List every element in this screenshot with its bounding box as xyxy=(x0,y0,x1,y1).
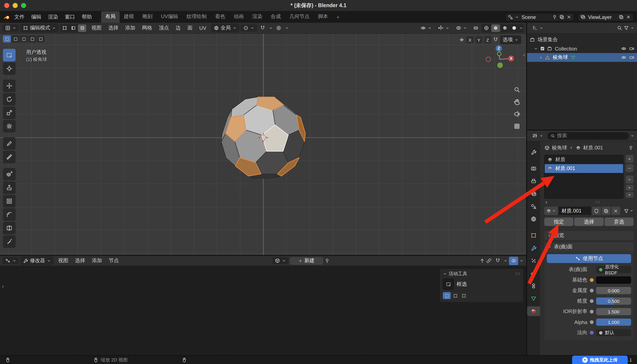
transform-tool-button[interactable] xyxy=(3,120,16,132)
active-tool-thumb[interactable] xyxy=(443,278,454,290)
editor-type-button[interactable] xyxy=(530,24,546,32)
gizmo-minus-y-axis[interactable] xyxy=(497,52,501,56)
editor-type-button[interactable] xyxy=(530,132,546,139)
workspace-tab-5[interactable]: 着色 xyxy=(211,11,230,23)
surface-panel-header[interactable]: 表(曲)面 xyxy=(544,242,634,251)
select-mode-option-4[interactable] xyxy=(37,35,45,42)
move-tool-button[interactable] xyxy=(3,80,16,92)
topbar-menu-1[interactable]: 编辑 xyxy=(28,12,45,22)
workspace-tab-1[interactable]: 建模 xyxy=(120,11,138,23)
bevel-tool-button[interactable] xyxy=(3,208,16,221)
viewlayer-tab[interactable] xyxy=(528,189,539,198)
normal-dropdown[interactable]: 默认 xyxy=(596,329,631,336)
topbar-menu-2[interactable]: 渲染 xyxy=(45,12,62,22)
workspace-tab-6[interactable]: 动画 xyxy=(230,11,248,23)
roughness-slider[interactable]: 0.500 xyxy=(596,298,631,305)
material-name-field[interactable]: 材质.001 xyxy=(559,206,591,215)
alpha-slider[interactable]: 1.000 xyxy=(596,318,631,326)
proportional-edit-toggle[interactable] xyxy=(274,24,283,32)
node-group-selector[interactable] xyxy=(272,257,288,264)
tool-tab[interactable] xyxy=(528,147,539,157)
duplicate-material-button[interactable] xyxy=(602,206,610,215)
remove-slot-button[interactable] xyxy=(625,164,633,172)
snap-options-icon[interactable] xyxy=(493,37,498,42)
pin-icon[interactable] xyxy=(628,145,634,150)
resize-grip-icon[interactable] xyxy=(595,200,600,205)
drag-grip-icon[interactable] xyxy=(515,271,520,276)
workspace-tab-9[interactable]: 几何节点 xyxy=(285,11,314,23)
filter-icon[interactable] xyxy=(623,25,629,31)
tool-mode-option-0[interactable] xyxy=(443,292,451,299)
scene-tab[interactable] xyxy=(528,202,539,211)
toolbar-expand-icon[interactable] xyxy=(1,284,5,289)
toggle-ortho-button[interactable] xyxy=(513,122,520,130)
pin-icon[interactable] xyxy=(552,14,557,20)
camera-view-button[interactable] xyxy=(513,110,520,118)
node-snap-toggle[interactable] xyxy=(493,256,502,265)
material-tab[interactable] xyxy=(527,306,540,316)
macos-minimize-button[interactable] xyxy=(13,3,18,8)
ior-slider[interactable]: 1.500 xyxy=(596,308,631,315)
macos-close-button[interactable] xyxy=(4,3,9,8)
xray-toggle[interactable] xyxy=(471,24,480,32)
material-slot-1[interactable]: 材质.001 xyxy=(545,164,623,173)
filter-dropdown[interactable] xyxy=(623,208,634,214)
viewport-canvas[interactable] xyxy=(0,34,526,255)
viewport-menu-1[interactable]: 选择 xyxy=(105,23,122,33)
cursor-tool-button[interactable] xyxy=(3,62,16,75)
workspace-tab-0[interactable]: 布局 xyxy=(101,11,120,23)
add-slot-button[interactable] xyxy=(625,155,633,163)
data-tab[interactable] xyxy=(528,294,539,304)
blender-logo-icon[interactable] xyxy=(3,14,10,20)
active-tool-panel-header[interactable]: 活动工具 xyxy=(443,270,520,277)
topbar-menu-0[interactable]: 文件 xyxy=(11,12,28,22)
metallic-slider[interactable]: 0.000 xyxy=(596,287,631,294)
mirror-y-button[interactable]: Y xyxy=(475,36,482,43)
search-icon[interactable] xyxy=(617,25,622,31)
particles-tab[interactable] xyxy=(528,256,539,266)
workspace-tab-3[interactable]: UV编辑 xyxy=(157,11,182,23)
workspace-tab-2[interactable]: 雕刻 xyxy=(138,11,157,23)
vertex-select-button[interactable] xyxy=(60,24,69,32)
outliner-row-object[interactable]: 棱角球 xyxy=(527,53,637,62)
disable-in-render-icon[interactable] xyxy=(629,46,634,51)
mirror-z-button[interactable]: Z xyxy=(484,36,491,43)
expand-icon[interactable] xyxy=(544,200,549,204)
material-slot-0[interactable]: 材质 xyxy=(545,155,623,164)
workspace-tab-8[interactable]: 合成 xyxy=(267,11,285,23)
viewport-menu-7[interactable]: UV xyxy=(196,24,209,32)
workspace-tab-4[interactable]: 纹理绘制 xyxy=(182,11,211,23)
close-icon[interactable] xyxy=(626,14,631,20)
viewport-menu-4[interactable]: 顶点 xyxy=(155,23,172,33)
options-dropdown[interactable]: 选项 xyxy=(500,35,521,44)
material-shading-button[interactable] xyxy=(501,24,509,32)
snap-dropdown-icon[interactable] xyxy=(269,26,273,30)
select-mode-option-1[interactable] xyxy=(11,35,19,42)
outliner-row-scene-collection[interactable]: 场景集合 xyxy=(527,35,637,44)
use-nodes-button[interactable]: 使用节点 xyxy=(547,254,631,263)
visibility-dropdown[interactable] xyxy=(418,24,434,32)
node-menu-0[interactable]: 视图 xyxy=(55,256,72,266)
edge-select-button[interactable] xyxy=(69,24,78,32)
node-overlays-toggle[interactable] xyxy=(509,256,518,265)
rendered-shading-button[interactable] xyxy=(510,24,519,32)
gizmo-y-axis[interactable] xyxy=(497,62,503,68)
go-to-parent-icon[interactable] xyxy=(479,258,485,264)
workspace-tab-10[interactable]: 脚本 xyxy=(314,11,332,23)
macos-zoom-button[interactable] xyxy=(21,3,26,8)
viewport-menu-5[interactable]: 边 xyxy=(172,23,184,33)
surface-shader-dropdown[interactable]: 原理化BSDF xyxy=(596,266,631,273)
constraint-tab[interactable] xyxy=(528,281,539,291)
modifier-tab[interactable] xyxy=(528,243,539,253)
gizmo-minus-x-axis[interactable] xyxy=(486,57,491,62)
inset-tool-button[interactable] xyxy=(3,195,16,208)
workspace-tab-11[interactable]: + xyxy=(332,12,344,23)
mirror-x-button[interactable]: X xyxy=(466,36,474,43)
workspace-tab-7[interactable]: 渲染 xyxy=(248,11,267,23)
face-select-button[interactable] xyxy=(78,24,86,32)
upload-button[interactable]: 拖拽至此上传 xyxy=(572,356,628,364)
expand-chevron-icon[interactable] xyxy=(534,46,538,51)
node-mode-dropdown[interactable]: 修改器 xyxy=(20,256,54,265)
wireframe-shading-button[interactable] xyxy=(482,24,491,32)
rotate-tool-button[interactable] xyxy=(3,93,16,106)
